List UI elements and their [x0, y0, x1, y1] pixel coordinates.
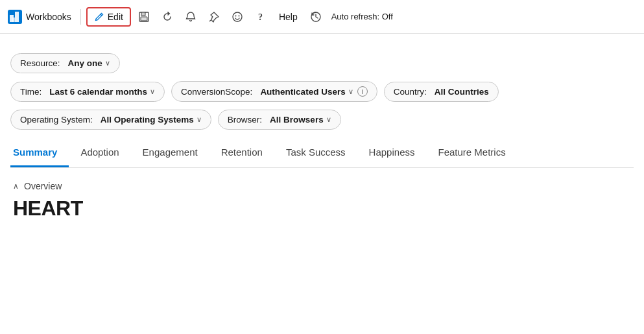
edit-button[interactable]: Edit [86, 7, 131, 27]
pin-icon [208, 11, 220, 23]
os-filter-label: Operating System: [20, 115, 93, 125]
refresh-button[interactable] [157, 6, 178, 27]
filter-row-resource: Resource: Any one ∨ [10, 53, 634, 73]
conversion-chevron-icon: ∨ [348, 88, 353, 96]
os-filter-value: All Operating Systems [101, 115, 194, 125]
resource-chevron-icon: ∨ [105, 59, 110, 67]
toolbar-divider [80, 9, 81, 25]
country-filter-value: All Countries [435, 87, 489, 97]
time-filter[interactable]: Time: Last 6 calendar months ∨ [10, 82, 165, 102]
history-button[interactable] [305, 6, 326, 27]
resource-filter-label: Resource: [20, 58, 60, 68]
svg-rect-6 [141, 17, 147, 21]
time-filter-value: Last 6 calendar months [49, 87, 147, 97]
country-filter[interactable]: Country: All Countries [384, 82, 499, 102]
help-button[interactable]: Help [274, 8, 303, 25]
conversion-filter[interactable]: ConversionScope: Authenticated Users ∨ i [171, 81, 377, 102]
conversion-filter-value: Authenticated Users [260, 87, 345, 97]
main-content: Resource: Any one ∨ Time: Last 6 calenda… [0, 34, 644, 227]
help-label: Help [279, 12, 298, 22]
collapse-icon: ∧ [13, 182, 19, 191]
browser-filter[interactable]: Browser: All Browsers ∨ [218, 110, 341, 130]
svg-point-8 [233, 12, 242, 21]
bell-icon [185, 11, 197, 23]
os-chevron-icon: ∨ [197, 115, 202, 124]
svg-rect-3 [12, 18, 15, 22]
pin-button[interactable] [204, 6, 224, 27]
time-chevron-icon: ∨ [150, 88, 155, 96]
refresh-icon [161, 11, 173, 23]
svg-point-10 [238, 15, 239, 16]
overview-section: ∧ Overview HEART [10, 168, 634, 227]
filter-row-2: Time: Last 6 calendar months ∨ Conversio… [10, 81, 634, 102]
save-icon [138, 11, 150, 23]
svg-line-7 [209, 20, 211, 21]
conversion-filter-label: ConversionScope: [181, 87, 252, 97]
question-icon-button[interactable]: ? [250, 6, 271, 27]
tabs-nav: Summary Adoption Engagement Retention Ta… [10, 140, 634, 168]
filter-row-3: Operating System: All Operating Systems … [10, 110, 634, 130]
save-button[interactable] [134, 6, 154, 27]
history-icon [310, 11, 322, 23]
feedback-button[interactable] [227, 6, 248, 27]
browser-chevron-icon: ∨ [326, 115, 331, 124]
country-filter-label: Country: [394, 87, 427, 97]
tab-summary[interactable]: Summary [10, 140, 69, 167]
heart-title: HEART [13, 197, 631, 221]
edit-label: Edit [108, 12, 123, 22]
toolbar: Workbooks Edit [0, 0, 644, 34]
browser-filter-value: All Browsers [270, 115, 324, 125]
os-filter[interactable]: Operating System: All Operating Systems … [10, 110, 211, 130]
tab-task-success[interactable]: Task Success [274, 140, 357, 167]
alerts-button[interactable] [180, 6, 201, 27]
svg-point-9 [235, 15, 236, 16]
resource-filter[interactable]: Resource: Any one ∨ [10, 53, 120, 73]
question-icon: ? [255, 11, 267, 23]
auto-refresh-label: Auto refresh: Off [331, 12, 393, 21]
tab-retention[interactable]: Retention [209, 140, 274, 167]
brand-icon [8, 10, 22, 24]
brand: Workbooks [8, 10, 71, 24]
tab-adoption[interactable]: Adoption [69, 140, 130, 167]
tab-feature-metrics[interactable]: Feature Metrics [426, 140, 517, 167]
overview-header-label: Overview [24, 181, 62, 191]
svg-rect-2 [15, 12, 19, 22]
svg-rect-5 [141, 12, 145, 16]
tab-engagement[interactable]: Engagement [131, 140, 209, 167]
browser-filter-label: Browser: [228, 115, 262, 125]
smiley-icon [232, 11, 243, 23]
conversion-info-icon: i [357, 86, 368, 97]
svg-text:?: ? [258, 12, 263, 22]
resource-filter-value: Any one [68, 58, 102, 68]
tab-happiness[interactable]: Happiness [357, 140, 427, 167]
brand-label: Workbooks [26, 12, 71, 22]
edit-icon [94, 12, 104, 22]
time-filter-label: Time: [20, 87, 42, 97]
overview-header[interactable]: ∧ Overview [13, 181, 631, 191]
